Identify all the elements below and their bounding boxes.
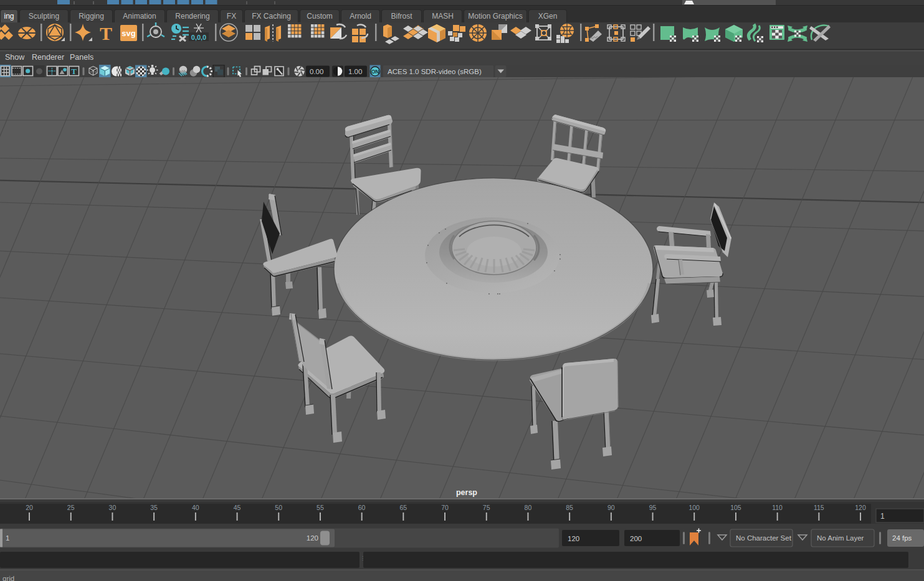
svg-text:35: 35 <box>150 504 158 511</box>
svg-text:45: 45 <box>234 504 241 511</box>
svg-text:No Character Set: No Character Set <box>736 534 792 542</box>
svg-text:24 fps: 24 fps <box>892 534 912 542</box>
svg-text:120: 120 <box>307 534 318 542</box>
svg-text:1.00: 1.00 <box>348 67 362 75</box>
svg-text:105: 105 <box>730 504 741 511</box>
svg-text:ON: ON <box>371 68 379 74</box>
svg-text:0.00: 0.00 <box>310 67 323 75</box>
svg-text:30: 30 <box>109 504 117 511</box>
svg-text:40: 40 <box>192 504 199 511</box>
svg-text:50: 50 <box>275 504 282 511</box>
svg-text:70: 70 <box>441 504 449 511</box>
svg-text:60: 60 <box>358 504 366 511</box>
svg-text:20: 20 <box>26 504 33 511</box>
svg-text:75: 75 <box>483 504 490 511</box>
svg-text:100: 100 <box>688 504 700 511</box>
svg-text:1: 1 <box>6 534 9 542</box>
svg-text:95: 95 <box>649 504 657 511</box>
svg-text:T: T <box>100 23 112 44</box>
svg-text:90: 90 <box>607 504 615 511</box>
svg-text:200: 200 <box>630 535 642 542</box>
svg-text:persp: persp <box>456 488 477 497</box>
svg-text:ACES 1.0 SDR-video (sRGB): ACES 1.0 SDR-video (sRGB) <box>388 68 482 75</box>
svg-text:120: 120 <box>855 504 866 511</box>
svg-text:80: 80 <box>525 504 532 511</box>
svg-text:0,0,0: 0,0,0 <box>191 34 206 41</box>
svg-text:No Anim Layer: No Anim Layer <box>817 534 864 542</box>
svg-text:120: 120 <box>568 535 579 542</box>
svg-text:110: 110 <box>772 504 783 511</box>
svg-text:25: 25 <box>67 504 75 511</box>
svg-text:115: 115 <box>814 504 824 511</box>
svg-text:55: 55 <box>317 504 324 511</box>
svg-text:T: T <box>71 67 77 76</box>
svg-text:svg: svg <box>121 29 135 38</box>
svg-text:85: 85 <box>566 504 573 511</box>
svg-text:1: 1 <box>880 512 885 521</box>
svg-text:65: 65 <box>399 504 407 511</box>
